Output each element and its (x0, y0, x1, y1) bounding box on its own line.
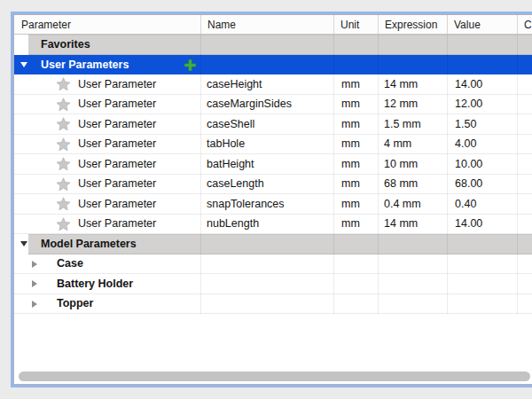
name-cell[interactable]: nubLength (200, 215, 333, 234)
expression-cell[interactable]: 12 mm (378, 95, 447, 114)
unit-cell: mm (333, 215, 378, 234)
table-row[interactable]: User Parameter caseLength mm 68 mm 68.00 (14, 175, 532, 195)
column-header-unit[interactable]: Unit (333, 15, 378, 34)
value-cell: 14.00 (447, 74, 517, 94)
favorite-star-icon[interactable] (56, 117, 71, 131)
expression-cell[interactable]: 1.5 mm (378, 114, 447, 134)
column-separator (200, 35, 201, 314)
unit-cell: mm (333, 74, 378, 94)
column-separator (333, 35, 334, 314)
parameter-type-label: User Parameter (78, 158, 156, 170)
expression-cell[interactable]: 0.4 mm (378, 194, 447, 214)
favorite-star-icon[interactable] (56, 137, 71, 152)
parameter-type-label: User Parameter (78, 137, 156, 150)
favorite-star-icon[interactable] (56, 157, 71, 171)
column-header-name[interactable]: Name (200, 15, 333, 34)
parameters-dialog: Parameter Name Unit Expression Value C F… (0, 0, 532, 399)
favorite-star-icon[interactable] (56, 98, 71, 112)
table-row[interactable]: User Parameter snapTolerances mm 0.4 mm … (14, 194, 532, 215)
column-header-comment[interactable]: C (517, 15, 532, 34)
parameter-type-label: User Parameter (78, 78, 156, 90)
parameter-type-label: User Parameter (78, 98, 156, 110)
parameter-type-label: User Parameter (78, 177, 156, 190)
table-row[interactable]: User Parameter nubLength mm 14 mm 14.00 (14, 215, 532, 235)
name-cell[interactable]: caseShell (200, 114, 333, 134)
column-separator (447, 35, 448, 314)
value-cell: 1.50 (447, 114, 517, 134)
column-separator (517, 35, 518, 314)
table-row[interactable]: User Parameter caseShell mm 1.5 mm 1.50 (14, 114, 532, 135)
group-label: Case (57, 257, 83, 270)
expression-cell[interactable]: 68 mm (378, 175, 447, 194)
unit-cell: mm (333, 194, 378, 214)
horizontal-scrollbar (19, 372, 530, 381)
favorite-star-icon[interactable] (56, 177, 71, 192)
value-cell: 14.00 (447, 215, 517, 234)
section-row-model-parameters[interactable]: Model Parameters (14, 234, 532, 254)
table-row[interactable]: User Parameter tabHole mm 4 mm 4.00 (14, 135, 532, 155)
parameter-type-label: User Parameter (78, 217, 156, 230)
horizontal-scrollbar-thumb[interactable] (19, 372, 530, 381)
parameters-table-frame: Parameter Name Unit Expression Value C F… (11, 12, 532, 387)
name-cell[interactable]: batHeight (200, 154, 333, 174)
unit-cell: mm (333, 114, 378, 134)
table-row[interactable]: User Parameter caseMarginSides mm 12 mm … (14, 95, 532, 115)
name-cell[interactable]: snapTolerances (200, 194, 333, 214)
unit-cell: mm (333, 154, 378, 174)
value-cell: 68.00 (447, 175, 517, 194)
value-cell: 4.00 (447, 135, 517, 154)
table-body: Favorites User Parameters (14, 35, 532, 314)
expression-cell[interactable]: 4 mm (378, 135, 447, 154)
expression-cell[interactable]: 10 mm (378, 154, 447, 174)
section-band (28, 35, 532, 55)
name-cell[interactable]: caseMarginSides (200, 95, 333, 114)
expander-right-icon[interactable] (32, 280, 37, 287)
column-separator (378, 35, 379, 314)
unit-cell: mm (333, 135, 378, 154)
parameter-type-label: User Parameter (78, 118, 156, 130)
expression-cell[interactable]: 14 mm (378, 215, 447, 234)
column-header-parameter[interactable]: Parameter (14, 15, 200, 34)
section-label: Favorites (41, 38, 90, 51)
add-parameter-icon[interactable] (184, 59, 196, 74)
unit-cell: mm (333, 175, 378, 194)
expander-down-icon[interactable] (20, 241, 27, 246)
table-header-row: Parameter Name Unit Expression Value C (14, 15, 532, 35)
favorite-star-icon[interactable] (56, 217, 71, 231)
unit-cell: mm (333, 95, 378, 114)
expression-cell[interactable]: 14 mm (378, 74, 447, 94)
table-row[interactable]: User Parameter caseHeight mm 14 mm 14.00 (14, 74, 532, 95)
name-cell[interactable]: caseHeight (200, 74, 333, 94)
expander-down-icon[interactable] (20, 62, 27, 67)
value-cell: 12.00 (447, 95, 517, 114)
name-cell[interactable]: caseLength (200, 175, 333, 194)
group-label: Topper (57, 297, 93, 309)
column-header-value[interactable]: Value (447, 15, 517, 34)
expander-right-icon[interactable] (32, 261, 37, 268)
parameters-table: Parameter Name Unit Expression Value C F… (13, 14, 532, 385)
favorite-star-icon[interactable] (56, 77, 71, 91)
column-header-expression[interactable]: Expression (378, 15, 447, 34)
parameter-type-label: User Parameter (78, 198, 156, 210)
favorite-star-icon[interactable] (56, 197, 71, 211)
group-row-battery-holder[interactable]: Battery Holder (14, 274, 532, 294)
value-cell: 0.40 (447, 194, 517, 214)
expander-right-icon[interactable] (32, 301, 37, 308)
group-row-topper[interactable]: Topper (14, 294, 532, 315)
group-row-case[interactable]: Case (14, 254, 532, 275)
group-label: Battery Holder (57, 278, 133, 290)
table-row[interactable]: User Parameter batHeight mm 10 mm 10.00 (14, 154, 532, 175)
section-row-user-parameters[interactable]: User Parameters (14, 55, 532, 75)
section-row-favorites[interactable]: Favorites (14, 35, 532, 55)
section-label: User Parameters (41, 59, 129, 71)
value-cell: 10.00 (447, 154, 517, 174)
name-cell[interactable]: tabHole (200, 135, 333, 154)
section-label: Model Parameters (41, 238, 137, 250)
